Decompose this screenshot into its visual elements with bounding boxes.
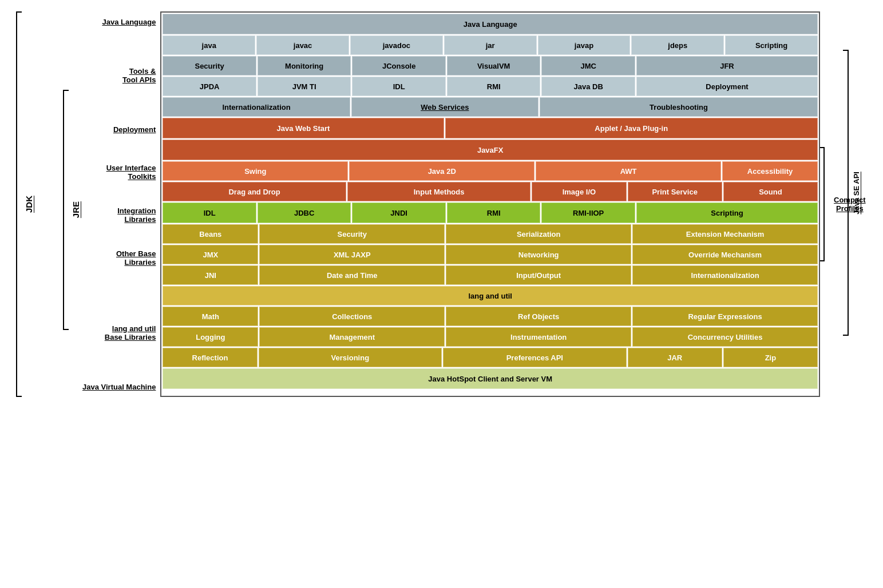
deployment-row: Java Web Start Applet / Java Plug-in bbox=[163, 118, 818, 138]
main-diagram: Java Language Tools &Tool APIs Deploymen… bbox=[82, 11, 820, 397]
cell-jmx: JMX bbox=[163, 245, 258, 264]
cell-visualvm: VisualVM bbox=[447, 56, 541, 76]
label-other-base: Other BaseLibraries bbox=[82, 227, 160, 289]
ui-row-3: Drag and Drop Input Methods Image I/O Pr… bbox=[163, 182, 818, 201]
java-se-api-label: Java SE API bbox=[852, 172, 861, 214]
cell-printservice: Print Service bbox=[628, 182, 722, 201]
jre-label: JRE bbox=[71, 201, 81, 218]
cell-refobjects: Ref Objects bbox=[446, 307, 631, 326]
cell-jar-lu: JAR bbox=[628, 348, 722, 367]
cell-inputmethods: Input Methods bbox=[347, 182, 530, 201]
cell-troubleshooting: Troubleshooting bbox=[540, 97, 818, 117]
tools-row-3: JPDA JVM TI IDL RMI Java DB Deployment bbox=[163, 77, 818, 96]
cell-jpda: JPDA bbox=[163, 77, 256, 96]
cell-javadb: Java DB bbox=[541, 77, 635, 96]
right-labels-col: Compact Profiles Java SE API bbox=[820, 11, 872, 397]
label-java-language: Java Language bbox=[82, 11, 160, 32]
cell-jconsole: JConsole bbox=[352, 56, 446, 76]
label-deployment: Deployment bbox=[82, 119, 160, 140]
jdk-label: JDK bbox=[24, 196, 34, 213]
jre-bracket: JRE bbox=[63, 90, 81, 330]
cell-security-base: Security bbox=[259, 224, 445, 244]
jdk-bracket: JDK bbox=[16, 11, 34, 397]
base-row-3: JNI Date and Time Input/Output Internati… bbox=[163, 265, 818, 285]
cell-jmc: JMC bbox=[541, 56, 635, 76]
label-jvm: Java Virtual Machine bbox=[82, 376, 160, 397]
cell-math: Math bbox=[163, 307, 258, 326]
cell-idl-tools: IDL bbox=[352, 77, 446, 96]
label-ui: User InterfaceToolkits bbox=[82, 141, 160, 204]
cell-rmiiiop: RMI-IIOP bbox=[541, 202, 635, 223]
cell-i18n-tools: Internationalization bbox=[163, 97, 350, 117]
tools-row-4: Internationalization Web Services Troubl… bbox=[163, 97, 818, 117]
cell-override-mech: Override Mechanism bbox=[632, 245, 818, 264]
cell-logging: Logging bbox=[163, 327, 258, 347]
cell-xmljaxp: XML JAXP bbox=[259, 245, 445, 264]
javafx-row: JavaFX bbox=[163, 140, 818, 160]
cell-monitoring: Monitoring bbox=[258, 56, 351, 76]
lang-util-row-2: Logging Management Instrumentation Concu… bbox=[163, 327, 818, 347]
cell-awt: AWT bbox=[536, 161, 721, 181]
cell-javawebstart: Java Web Start bbox=[163, 118, 444, 138]
left-labels: JDK bbox=[11, 11, 52, 397]
cell-scripting-tools: Scripting bbox=[725, 35, 818, 55]
cell-beans: Beans bbox=[163, 224, 258, 244]
cell-draganddrop: Drag and Drop bbox=[163, 182, 346, 201]
cell-rmi-tools: RMI bbox=[447, 77, 541, 96]
cell-javap: javap bbox=[538, 35, 631, 55]
jre-bracket-col: JRE bbox=[54, 11, 82, 397]
cell-jni: JNI bbox=[163, 265, 258, 285]
cell-extension-mech: Extension Mechanism bbox=[632, 224, 818, 244]
cell-lang-util-header: lang and util bbox=[163, 286, 818, 305]
cell-jvmti: JVM TI bbox=[258, 77, 351, 96]
cell-versioning: Versioning bbox=[259, 348, 442, 367]
cell-java2d: Java 2D bbox=[349, 161, 534, 181]
ui-row-2: Swing Java 2D AWT Accessibility bbox=[163, 161, 818, 181]
cell-swing: Swing bbox=[163, 161, 348, 181]
cell-jvm: Java HotSpot Client and Server VM bbox=[163, 368, 818, 389]
jvm-row: Java HotSpot Client and Server VM bbox=[163, 368, 818, 389]
cell-datetime: Date and Time bbox=[259, 265, 445, 285]
cell-rmi-int: RMI bbox=[447, 202, 541, 223]
diagram-wrapper: JDK JRE Java Language Tools &Tool APIs bbox=[11, 11, 872, 397]
tools-row-2: Security Monitoring JConsole VisualVM JM… bbox=[163, 56, 818, 76]
cell-serialization: Serialization bbox=[446, 224, 631, 244]
cell-applet: Applet / Java Plug-in bbox=[445, 118, 818, 138]
cell-java-language: Java Language bbox=[163, 14, 818, 34]
cell-reflection: Reflection bbox=[163, 348, 257, 367]
cell-deployment-tools: Deployment bbox=[636, 77, 818, 96]
cell-jar: jar bbox=[444, 35, 537, 55]
cell-imageio: Image I/O bbox=[532, 182, 626, 201]
cell-zip: Zip bbox=[723, 348, 818, 367]
label-lang-util: lang and utilBase Libraries bbox=[82, 291, 160, 375]
java-lang-row: Java Language bbox=[163, 14, 818, 34]
cell-idl-int: IDL bbox=[163, 202, 256, 223]
java-se-api-section: Java SE API bbox=[843, 50, 861, 336]
cell-accessibility: Accessibility bbox=[722, 161, 818, 181]
tools-row-1: java javac javadoc jar javap jdeps Scrip… bbox=[163, 35, 818, 55]
cell-javac: javac bbox=[256, 35, 349, 55]
cell-instrumentation: Instrumentation bbox=[446, 327, 631, 347]
cell-scripting-int: Scripting bbox=[636, 202, 818, 223]
lang-util-row-3: Reflection Versioning Preferences API JA… bbox=[163, 348, 818, 367]
cell-concurrency: Concurrency Utilities bbox=[632, 327, 818, 347]
label-tools: Tools &Tool APIs bbox=[82, 33, 160, 118]
cell-javadoc: javadoc bbox=[350, 35, 443, 55]
cell-collections: Collections bbox=[259, 307, 445, 326]
row-labels-col: Java Language Tools &Tool APIs Deploymen… bbox=[82, 11, 160, 397]
cell-javafx: JavaFX bbox=[163, 140, 818, 160]
cell-i18n-base: Internationalization bbox=[632, 265, 818, 285]
cells-area: Java Language java javac javadoc jar jav… bbox=[160, 11, 820, 397]
base-row-1: Beans Security Serialization Extension M… bbox=[163, 224, 818, 244]
cell-security-tools: Security bbox=[163, 56, 256, 76]
integration-row: IDL JDBC JNDI RMI RMI-IIOP Scripting bbox=[163, 202, 818, 223]
cell-management: Management bbox=[259, 327, 445, 347]
cell-jndi: JNDI bbox=[352, 202, 446, 223]
cell-prefsapi: Preferences API bbox=[443, 348, 626, 367]
lang-util-header-row: lang and util bbox=[163, 286, 818, 305]
cell-inputoutput: Input/Output bbox=[446, 265, 631, 285]
cell-networking: Networking bbox=[446, 245, 631, 264]
cell-java: java bbox=[163, 35, 255, 55]
cell-jdeps: jdeps bbox=[631, 35, 724, 55]
lang-util-row-1: Math Collections Ref Objects Regular Exp… bbox=[163, 307, 818, 326]
